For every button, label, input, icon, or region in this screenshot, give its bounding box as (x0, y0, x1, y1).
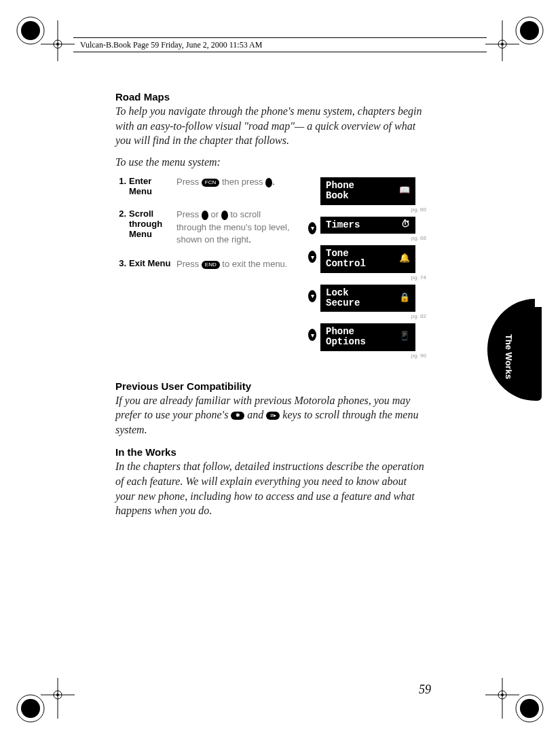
menu-graphic: Phone Book📖pg. 60▾Timers⏱pg. 68▾Tone Con… (305, 176, 428, 362)
step-3: 3. Exit Menu Press END to exit the menu. (115, 258, 292, 270)
step-2-num: 2. (115, 209, 129, 246)
step-2-desc: Press or to scroll through the menu's to… (176, 209, 292, 246)
page-ref: pg. 90 (305, 353, 426, 359)
scroll-arrow-icon: ▾ (308, 329, 316, 341)
road-maps-para: To help you navigate through the phone's… (115, 104, 428, 148)
compat-para: If you are already familiar with previou… (115, 393, 428, 437)
page-ref: pg. 60 (305, 206, 426, 213)
step-3-num: 3. (115, 258, 129, 270)
menu-box-label: Lock Secure (326, 288, 360, 308)
menu-item: ▾Timers⏱pg. 68 (305, 217, 428, 242)
menu-box-label: Timers (326, 220, 360, 230)
menu-box-icon: ⏱ (401, 220, 410, 230)
menu-item: ▾Tone Control🔔pg. 74 (305, 245, 428, 280)
menu-box-icon: 🔒 (399, 293, 410, 303)
step-1-num: 1. (115, 176, 129, 196)
header-text: Vulcan-B.Book Page 59 Friday, June 2, 20… (73, 40, 262, 50)
svg-point-6 (56, 43, 59, 46)
scroll-key-icon (265, 178, 272, 187)
menu-item: ▾Lock Secure🔒pg. 82 (305, 285, 428, 319)
page-ref: pg. 74 (305, 274, 426, 281)
svg-point-24 (501, 693, 504, 696)
side-tab: The Works (481, 299, 542, 414)
svg-point-1 (21, 21, 40, 40)
page-ref: pg. 82 (305, 313, 426, 319)
road-maps-lead: To use the menu system: (115, 155, 428, 170)
menu-box: Phone Options📱 (320, 323, 415, 350)
scroll-up-key-icon (202, 211, 208, 220)
menu-box-icon: 🔔 (399, 254, 410, 264)
svg-point-8 (520, 21, 539, 40)
svg-point-12 (501, 43, 504, 46)
menu-box: Phone Book📖 (320, 177, 415, 204)
scroll-arrow-icon: ▾ (308, 251, 316, 263)
step-1: 1. Enter Menu Press FCN then press . (115, 176, 292, 196)
menu-box-icon: 📱 (399, 332, 410, 342)
step-3-label: Exit Menu (129, 258, 176, 270)
works-heading: In the Works (115, 446, 428, 458)
scroll-arrow-icon: ▾ (308, 222, 316, 234)
star-key-icon: ✱ (231, 412, 244, 420)
crop-mark-tr (485, 14, 546, 75)
step-2-label: Scroll through Menu (129, 209, 176, 246)
svg-point-20 (520, 699, 539, 718)
crop-mark-bl (14, 664, 75, 725)
fcn-key-icon: FCN (202, 179, 219, 187)
works-para: In the chapters that follow, detailed in… (115, 459, 428, 518)
menu-box: Tone Control🔔 (320, 245, 415, 272)
svg-point-18 (56, 693, 59, 696)
pound-key-icon: #▸ (266, 412, 280, 420)
step-1-desc: Press FCN then press . (176, 176, 292, 196)
menu-box-label: Tone Control (326, 249, 366, 268)
road-maps-heading: Road Maps (115, 91, 428, 103)
end-key-icon: END (202, 261, 220, 269)
compat-heading: Previous User Compatibility (115, 380, 428, 392)
step-2: 2. Scroll through Menu Press or to scrol… (115, 209, 292, 246)
scroll-arrow-icon: ▾ (308, 290, 316, 302)
menu-box-icon: 📖 (399, 186, 410, 196)
side-tab-label: The Works (503, 334, 513, 379)
page-header: Vulcan-B.Book Page 59 Friday, June 2, 20… (73, 37, 487, 52)
crop-mark-tl (14, 14, 75, 75)
scroll-down-key-icon (221, 211, 228, 220)
step-3-desc: Press END to exit the menu. (176, 258, 292, 270)
menu-item: ▾Phone Options📱pg. 90 (305, 323, 428, 358)
menu-item: Phone Book📖pg. 60 (305, 177, 428, 212)
step-list: 1. Enter Menu Press FCN then press . 2. … (115, 176, 292, 362)
step-1-label: Enter Menu (129, 176, 176, 196)
menu-box: Lock Secure🔒 (320, 285, 415, 312)
page-number: 59 (419, 683, 431, 697)
menu-box-label: Phone Options (326, 327, 366, 346)
menu-box: Timers⏱ (320, 217, 415, 234)
crop-mark-br (485, 664, 546, 725)
svg-point-14 (21, 699, 40, 718)
menu-box-label: Phone Book (326, 181, 354, 200)
page-ref: pg. 68 (305, 235, 426, 241)
